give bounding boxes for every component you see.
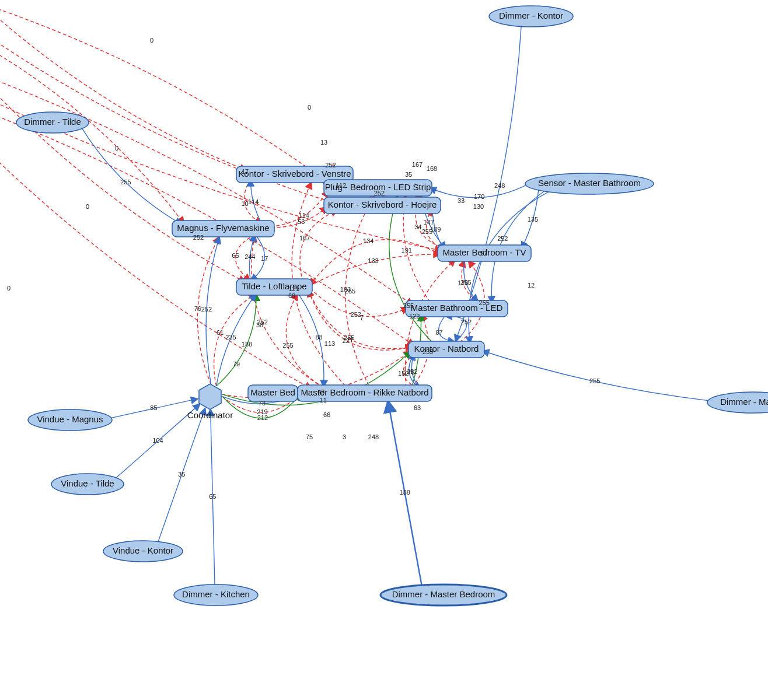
node-vindue_kontor[interactable] bbox=[103, 541, 183, 562]
edge-label: 239 bbox=[423, 348, 433, 355]
edge-label: 122 bbox=[409, 313, 420, 320]
node-tilde_loft[interactable] bbox=[236, 279, 312, 295]
edge-label: 252 bbox=[497, 235, 508, 242]
edge-label: 191 bbox=[402, 247, 412, 254]
edge-label: 255 bbox=[460, 279, 471, 286]
edge-label: 0 bbox=[308, 104, 311, 111]
edge-label: 0 bbox=[115, 145, 118, 152]
edge-label: 65 bbox=[209, 493, 216, 500]
node-master_bath_led[interactable] bbox=[406, 300, 508, 317]
edge-label: 255 bbox=[479, 299, 490, 306]
edge-label: 167 bbox=[412, 161, 423, 168]
edge-label: 13 bbox=[320, 139, 327, 146]
edge-label: 255 bbox=[345, 288, 355, 295]
edge-label: 252 bbox=[374, 190, 385, 197]
edge-label: 35 bbox=[178, 471, 185, 478]
edge-label: 7 bbox=[360, 314, 364, 321]
node-sensor_mbath[interactable] bbox=[525, 173, 654, 194]
edge-label: 147 bbox=[423, 219, 434, 226]
edge-label: 87 bbox=[435, 329, 442, 336]
edge-label: 135 bbox=[528, 216, 538, 223]
edge-label: 114 bbox=[299, 212, 309, 219]
edge-label: 255 bbox=[120, 178, 131, 186]
edge bbox=[482, 351, 710, 401]
edge-label: 252 bbox=[201, 306, 212, 313]
node-magnus_fly[interactable] bbox=[172, 220, 274, 237]
node-dimmer_master_bed[interactable] bbox=[380, 584, 507, 606]
edge-label: 244 bbox=[245, 253, 255, 260]
node-vindue_tilde[interactable] bbox=[51, 474, 124, 495]
edge bbox=[389, 195, 432, 342]
edge-label: 0 bbox=[86, 203, 89, 210]
edge-label: 133 bbox=[368, 257, 378, 264]
node-dimmer_kontor[interactable] bbox=[489, 6, 573, 27]
edge-label: 113 bbox=[324, 340, 335, 347]
edge-label: 34 bbox=[414, 223, 421, 230]
edge-label: 104 bbox=[152, 437, 163, 444]
edge-label: 235 bbox=[225, 334, 236, 341]
node-kontor_sh[interactable] bbox=[324, 197, 441, 214]
edge-label: 65 bbox=[232, 252, 239, 259]
edge-label: 227 bbox=[343, 337, 353, 344]
edge-label: 109 bbox=[430, 226, 441, 233]
edge-label: 63 bbox=[414, 404, 421, 411]
edge-label: 17 bbox=[261, 255, 268, 262]
edge-label: 76 bbox=[194, 305, 201, 312]
node-vindue_magnus[interactable] bbox=[28, 410, 112, 430]
edge-label: 252 bbox=[325, 162, 336, 169]
edge-offscreen bbox=[0, 0, 331, 184]
edge-label: 252 bbox=[461, 318, 472, 326]
edge-label: 38 bbox=[256, 321, 263, 328]
edge-label: 188 bbox=[400, 489, 410, 496]
node-dimmer_kitchen[interactable] bbox=[174, 584, 258, 606]
edge-label: 12 bbox=[528, 282, 535, 289]
edge-label: 212 bbox=[257, 414, 268, 421]
edge-label: 11 bbox=[320, 397, 327, 404]
edge-label: 53 bbox=[298, 218, 305, 225]
coordinator-label: Coordinator bbox=[187, 410, 233, 420]
edge-label: 97 bbox=[480, 250, 487, 257]
edge-label: 248 bbox=[368, 433, 379, 440]
edge-label: 121 bbox=[288, 285, 299, 292]
coordinator-node[interactable] bbox=[199, 384, 221, 410]
edge-label: 170 bbox=[474, 193, 484, 200]
edge-label: 35 bbox=[405, 171, 412, 178]
edge-label: 255 bbox=[589, 377, 600, 384]
edge-label: 33 bbox=[458, 197, 465, 204]
edge-label: 78 bbox=[259, 400, 266, 407]
edge-label: 85 bbox=[150, 404, 157, 411]
edge-label: 168 bbox=[427, 165, 437, 172]
edge-label: 0 bbox=[7, 285, 11, 292]
edge-label: 112 bbox=[336, 182, 346, 189]
edge-label: 252 bbox=[193, 234, 204, 241]
node-dimmer_magnus[interactable] bbox=[707, 392, 768, 413]
edge-label: 3 bbox=[343, 433, 346, 440]
edge-label: 75 bbox=[306, 433, 313, 440]
node-master_bed_partial[interactable] bbox=[248, 385, 298, 401]
edge-label: 188 bbox=[242, 341, 252, 348]
edge-offscreen bbox=[0, 117, 312, 389]
edge-label: 88 bbox=[315, 334, 322, 341]
edge-label: 130 bbox=[473, 203, 484, 210]
network-graph[interactable]: Dimmer - KontorDimmer - TildeSensor - Ma… bbox=[0, 0, 768, 700]
edge-label: 252 bbox=[407, 368, 417, 375]
edge-label: 255 bbox=[282, 342, 293, 349]
edge-label: 43 bbox=[317, 388, 324, 396]
edge-label: 167 bbox=[299, 235, 310, 242]
edge-label: 255 bbox=[403, 302, 414, 309]
edge-label: 66 bbox=[323, 411, 330, 418]
edge-label: 61 bbox=[217, 329, 224, 336]
edge-offscreen bbox=[0, 0, 247, 170]
edge-label: 134 bbox=[363, 237, 373, 244]
edge-label: 0 bbox=[150, 37, 153, 44]
edge-label: 10 bbox=[242, 200, 249, 207]
edge bbox=[469, 191, 550, 344]
edge-label: 17 bbox=[242, 168, 249, 175]
node-dimmer_tilde[interactable] bbox=[16, 112, 89, 133]
edge-label: 68 bbox=[288, 292, 295, 299]
node-kontor_natbord[interactable] bbox=[409, 341, 484, 358]
edge-label: 248 bbox=[494, 182, 505, 189]
edge-offscreen bbox=[0, 47, 246, 282]
edge-label: 114 bbox=[248, 198, 259, 205]
edge-label: 79 bbox=[233, 360, 240, 368]
